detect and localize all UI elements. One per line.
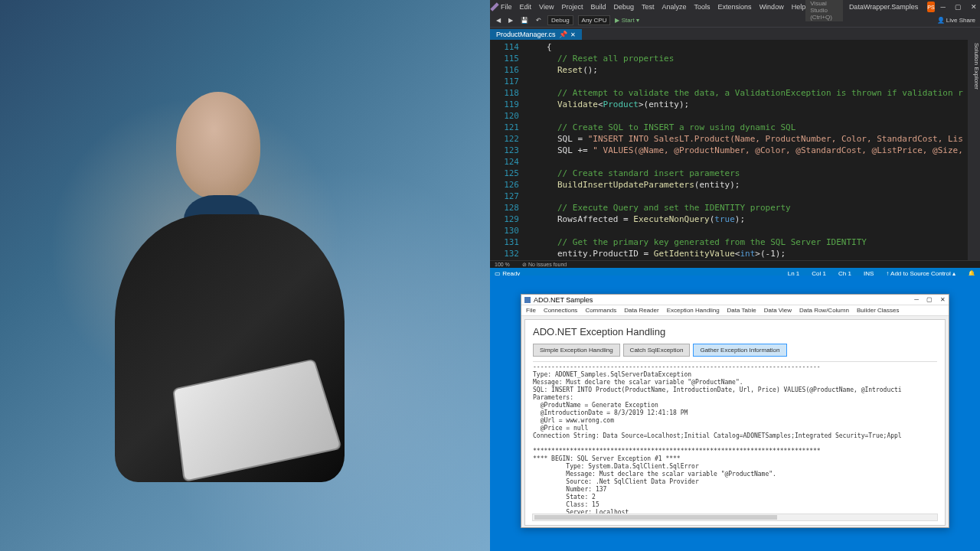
config-dropdown[interactable]: Debug	[547, 15, 573, 25]
app-close-button[interactable]: ✕	[940, 296, 946, 303]
code-editor[interactable]: 1141151161171181191201211221231241251261…	[490, 40, 980, 260]
editor-tab-active[interactable]: ProductManager.cs 📌 ✕	[490, 29, 582, 40]
tab-pin-icon[interactable]: 📌	[559, 31, 567, 38]
vs-menu-analyze[interactable]: Analyze	[662, 3, 687, 11]
app-menu-data-row-column[interactable]: Data Row/Column	[799, 307, 849, 314]
app-menu-exception-handling[interactable]: Exception Handling	[667, 307, 720, 314]
window-controls: ─ ▢ ✕	[941, 3, 977, 11]
vs-toolbar: ◀ ▶ 💾 ↶ Debug Any CPU ▶ Start ▾ 👤 Live S…	[490, 14, 980, 28]
app-title: ADO.NET Samples	[534, 296, 593, 304]
app-icon	[524, 297, 531, 303]
editor-info-bar: 100 % No issues found	[490, 260, 980, 268]
vs-menu-debug[interactable]: Debug	[614, 3, 635, 11]
user-badge[interactable]: PS	[927, 2, 934, 12]
platform-dropdown[interactable]: Any CPU	[578, 15, 611, 25]
start-button[interactable]: ▶ Start ▾	[615, 17, 639, 24]
nav-back-button[interactable]: ◀	[495, 17, 502, 24]
solution-name: DataWrapper.Samples	[849, 3, 918, 11]
tab-label: ProductManager.cs	[496, 31, 556, 38]
vs-menu-edit[interactable]: Edit	[520, 3, 532, 11]
vs-logo-icon	[490, 2, 498, 11]
code-content[interactable]: {// Reset all propertiesReset();// Attem…	[525, 40, 980, 260]
horizontal-scrollbar[interactable]	[532, 514, 938, 521]
app-menubar: FileConnectionsCommandsData ReaderExcept…	[521, 305, 949, 316]
close-button[interactable]: ✕	[971, 3, 977, 11]
button-simple-exception-handling[interactable]: Simple Exception Handling	[533, 344, 620, 357]
zoom-level[interactable]: 100 %	[495, 262, 516, 267]
app-menu-data-reader[interactable]: Data Reader	[624, 307, 658, 314]
page-heading: ADO.NET Exception Handling	[533, 326, 937, 337]
vs-menu-build[interactable]: Build	[590, 3, 606, 11]
nav-fwd-button[interactable]: ▶	[507, 17, 514, 24]
line-number-gutter: 1141151161171181191201211221231241251261…	[490, 40, 525, 260]
vs-titlebar[interactable]: FileEditViewProjectBuildDebugTestAnalyze…	[490, 0, 980, 14]
app-menu-connections[interactable]: Connections	[544, 307, 577, 314]
vs-menu-window[interactable]: Window	[760, 3, 784, 11]
button-row: Simple Exception HandlingCatch SqlExcept…	[533, 344, 937, 357]
visual-studio-window: FileEditViewProjectBuildDebugTestAnalyze…	[490, 0, 980, 276]
sample-app-window: ADO.NET Samples ─ ▢ ✕ FileConnectionsCom…	[521, 294, 949, 528]
app-minimize-button[interactable]: ─	[914, 296, 919, 303]
vs-menu-project[interactable]: Project	[561, 3, 583, 11]
tab-close-button[interactable]: ✕	[570, 31, 576, 38]
vs-menu-tools[interactable]: Tools	[694, 3, 710, 11]
button-catch-sqlexception[interactable]: Catch SqlException	[623, 344, 691, 357]
save-button[interactable]: 💾	[519, 17, 530, 24]
app-menu-builder-classes[interactable]: Builder Classes	[857, 307, 900, 314]
vs-menubar: FileEditViewProjectBuildDebugTestAnalyze…	[501, 3, 805, 11]
issues-indicator[interactable]: No issues found	[522, 262, 567, 268]
maximize-button[interactable]: ▢	[955, 3, 962, 11]
minimize-button[interactable]: ─	[941, 3, 946, 11]
liveshare-button[interactable]: 👤 Live Share	[937, 17, 975, 24]
app-menu-commands[interactable]: Commands	[585, 307, 616, 314]
editor-tabs: ProductManager.cs 📌 ✕	[490, 28, 980, 40]
app-titlebar[interactable]: ADO.NET Samples ─ ▢ ✕	[521, 295, 949, 305]
output-textarea[interactable]: ----------------------------------------…	[533, 361, 937, 514]
app-maximize-button[interactable]: ▢	[926, 296, 933, 303]
button-gather-exception-information[interactable]: Gather Exception Information	[693, 344, 786, 357]
app-menu-data-table[interactable]: Data Table	[727, 307, 756, 314]
app-content: ADO.NET Exception Handling Simple Except…	[524, 319, 946, 526]
background-photo	[0, 0, 490, 551]
undo-button[interactable]: ↶	[534, 17, 543, 24]
person-figure	[84, 77, 375, 490]
app-menu-data-view[interactable]: Data View	[764, 307, 792, 314]
vs-search-input[interactable]: Search Visual Studio (Ctrl+Q)	[805, 0, 843, 21]
vs-menu-test[interactable]: Test	[642, 3, 655, 11]
vs-menu-help[interactable]: Help	[792, 3, 806, 11]
app-menu-file[interactable]: File	[526, 307, 536, 314]
vs-menu-view[interactable]: View	[539, 3, 554, 11]
solution-explorer-tab[interactable]: Solution Explorer	[968, 40, 980, 260]
vs-menu-file[interactable]: File	[501, 3, 512, 11]
vs-menu-extensions[interactable]: Extensions	[718, 3, 752, 11]
